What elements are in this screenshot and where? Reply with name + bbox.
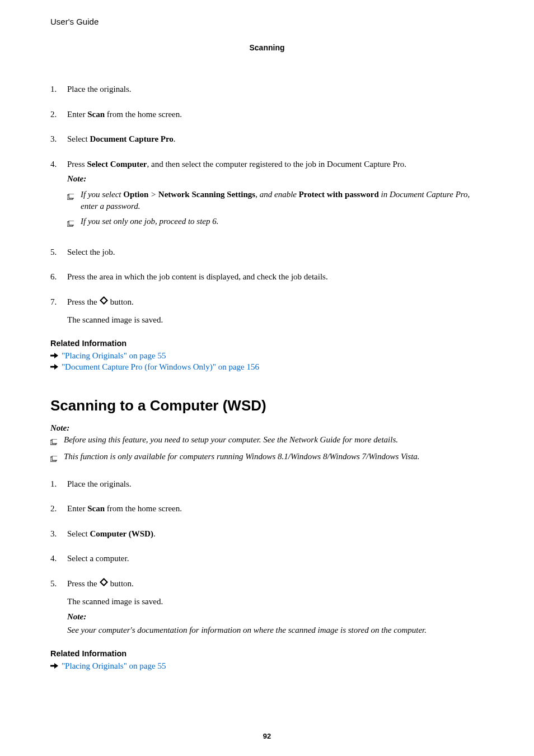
step-body: Press the button. The scanned image is s… <box>67 296 484 326</box>
text: Press the <box>67 296 97 309</box>
step-body: Press Select Computer, and then select t… <box>67 158 484 234</box>
svg-rect-1 <box>69 194 74 198</box>
bold-text: Scan <box>87 504 105 513</box>
text: . <box>174 134 176 143</box>
note-label: Note: <box>67 172 484 185</box>
header-title: User's Guide <box>50 17 484 26</box>
diamond-icon <box>100 296 108 309</box>
diamond-icon <box>100 577 108 590</box>
step-number: 1. <box>50 478 67 491</box>
arrow-right-icon <box>50 363 62 370</box>
note-label: Note: <box>67 610 484 623</box>
step-body: Select the job. <box>67 246 484 259</box>
result-text: The scanned image is saved. <box>67 314 484 326</box>
box-bullet-icon <box>50 434 64 449</box>
step-6: 6. Press the area in which the job conte… <box>50 270 484 283</box>
wsd-step-3: 3. Select Computer (WSD). <box>50 528 484 540</box>
text: button. <box>110 577 134 590</box>
result-text: The scanned image is saved. <box>67 595 484 608</box>
text: Press the <box>67 577 97 590</box>
step-7: 7. Press the button. The scanned image i… <box>50 296 484 326</box>
text: button. <box>110 296 134 309</box>
note-subitem: This function is only available for comp… <box>50 451 484 465</box>
step-number: 1. <box>50 83 67 96</box>
svg-rect-3 <box>69 221 74 225</box>
box-bullet-icon <box>50 451 64 465</box>
note-text: See your computer's documentation for in… <box>67 624 484 637</box>
text: from the home screen. <box>105 504 182 513</box>
note-text: This function is only available for comp… <box>64 451 484 465</box>
section-title: Scanning <box>50 43 484 52</box>
step-4: 4. Press Select Computer, and then selec… <box>50 158 484 234</box>
step-body: Enter Scan from the home screen. <box>67 502 484 515</box>
related-information-heading: Related Information <box>50 649 484 658</box>
related-information-heading: Related Information <box>50 339 484 348</box>
step-number: 3. <box>50 133 67 146</box>
step-number: 4. <box>50 552 67 565</box>
page-number: 92 <box>0 732 534 740</box>
step-number: 5. <box>50 246 67 259</box>
step-5: 5. Select the job. <box>50 246 484 259</box>
step-2: 2. Enter Scan from the home screen. <box>50 108 484 121</box>
step-body: Place the originals. <box>67 478 484 491</box>
step-number: 2. <box>50 108 67 121</box>
note-text: If you set only one job, proceed to step… <box>81 216 484 230</box>
step-body: Press the area in which the job content … <box>67 270 484 283</box>
step-body: Press the button. The scanned image is s… <box>67 577 484 637</box>
text: from the home screen. <box>105 110 182 119</box>
box-bullet-icon <box>67 216 81 230</box>
heading-wsd: Scanning to a Computer (WSD) <box>50 397 484 414</box>
note-subitem: If you set only one job, proceed to step… <box>67 216 484 230</box>
step-body: Enter Scan from the home screen. <box>67 108 484 121</box>
note-subitem: If you select Option > Network Scanning … <box>67 189 484 212</box>
related-link[interactable]: "Document Capture Pro (for Windows Only)… <box>62 362 259 372</box>
step-number: 5. <box>50 577 67 637</box>
wsd-step-1: 1. Place the originals. <box>50 478 484 491</box>
step-number: 7. <box>50 296 67 326</box>
step-number: 4. <box>50 158 67 234</box>
related-link[interactable]: "Placing Originals" on page 55 <box>62 351 166 361</box>
bold-text: Scan <box>87 110 105 119</box>
note-text: Before using this feature, you need to s… <box>64 434 484 449</box>
bold-text: Computer (WSD) <box>90 529 153 538</box>
step-number: 6. <box>50 270 67 283</box>
text: . <box>153 529 156 538</box>
text: , and then select the computer registere… <box>147 160 406 169</box>
related-link-item: "Document Capture Pro (for Windows Only)… <box>50 362 484 372</box>
bold-text: Select Computer <box>87 160 147 169</box>
note-label: Note: <box>50 423 484 433</box>
text: Press <box>67 160 87 169</box>
text: Enter <box>67 110 87 119</box>
step-body: Place the originals. <box>67 83 484 96</box>
text: Select <box>67 134 90 143</box>
text: Select <box>67 529 90 538</box>
arrow-right-icon <box>50 352 62 359</box>
step-body: Select a computer. <box>67 552 484 565</box>
text: Enter <box>67 504 87 513</box>
step-3: 3. Select Document Capture Pro. <box>50 133 484 146</box>
related-link-item: "Placing Originals" on page 55 <box>50 661 484 671</box>
svg-rect-7 <box>52 456 57 460</box>
wsd-step-2: 2. Enter Scan from the home screen. <box>50 502 484 515</box>
box-bullet-icon <box>67 189 81 212</box>
step-1: 1. Place the originals. <box>50 83 484 96</box>
wsd-step-4: 4. Select a computer. <box>50 552 484 565</box>
bold-text: Document Capture Pro <box>90 134 173 143</box>
note-text: If you select Option > Network Scanning … <box>81 189 484 212</box>
wsd-step-5: 5. Press the button. The scanned image i… <box>50 577 484 637</box>
related-link-item: "Placing Originals" on page 55 <box>50 351 484 361</box>
svg-rect-5 <box>52 439 57 444</box>
related-link[interactable]: "Placing Originals" on page 55 <box>62 661 166 671</box>
step-number: 2. <box>50 502 67 515</box>
step-number: 3. <box>50 528 67 540</box>
step-body: Select Document Capture Pro. <box>67 133 484 146</box>
step-body: Select Computer (WSD). <box>67 528 484 540</box>
arrow-right-icon <box>50 662 62 669</box>
note-subitem: Before using this feature, you need to s… <box>50 434 484 449</box>
